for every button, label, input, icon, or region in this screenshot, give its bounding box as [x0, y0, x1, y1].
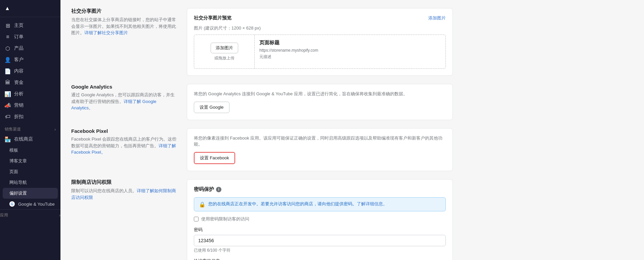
sidebar-label-analytics: 分析: [14, 91, 24, 97]
add-image-top-link[interactable]: 添加图片: [428, 15, 446, 21]
sidebar-item-customers[interactable]: 👤 客户: [0, 54, 60, 65]
access-link[interactable]: 详细了解如何限制商店访问权限: [71, 188, 176, 200]
alert-banner: 🔒 您的在线商店正在开发中。若要允许访客访问您的商店，请向他们提供密码。了解详细…: [194, 197, 446, 211]
sidebar-item-finance[interactable]: 🏛 资金: [0, 77, 60, 88]
access-section: 限制商店访问权限 限制可以访问您在线商店的人员。详细了解如何限制商店访问权限 密…: [71, 179, 453, 260]
sidebar-item-discounts[interactable]: 🏷 折扣: [0, 111, 60, 122]
sales-channel-title: 销售渠道 ›: [0, 122, 60, 134]
sidebar-item-blog[interactable]: 博客文章: [0, 156, 60, 166]
sidebar-item-navigation[interactable]: 网站导航: [0, 177, 60, 188]
fb-content-card: 将您的像素连接到 Facebook 应用。该应用可能保证正确的设置，同时启用高级…: [187, 128, 453, 171]
social-image-link[interactable]: 详细了解社交分享图片: [84, 30, 128, 35]
fb-title: Facebook Pixel: [71, 128, 179, 134]
sidebar-item-google-youtube[interactable]: G Google & YouTube: [0, 199, 60, 209]
fb-card-desc: 将您的像素连接到 Facebook 应用。该应用可能保证正确的设置，同时启用高级…: [194, 135, 446, 147]
social-image-title: 社交分享图片: [71, 8, 179, 14]
alert-learn-link[interactable]: 了解详细信息。: [357, 201, 387, 206]
image-label: 图片 (建议的尺寸：1200 × 628 px): [194, 25, 446, 31]
password-hint: 已使用 6/100 个字符: [194, 248, 446, 253]
fb-desc: Facebook Pixel 会跟踪您在线商店上的客户行为。这些数据可提高您的营…: [71, 136, 179, 156]
sidebar-nav: ⊞ 主页 ≡ 订单 ⬡ 产品 👤 客户 📄 内容 🏛 资金 📊 分析 📣: [0, 17, 60, 260]
preview-box: 添加图片 或拖放上传 页面标题 https://storename.myshop…: [194, 35, 446, 69]
sidebar-item-products[interactable]: ⬡ 产品: [0, 43, 60, 54]
social-preview-header: 社交分享图片预览 添加图片: [194, 15, 446, 21]
password-label: 密码: [194, 227, 446, 233]
ga-link[interactable]: 详细了解 Google Analytics: [71, 99, 157, 111]
lock-icon: 🔒: [199, 201, 206, 208]
ga-title: Google Analytics: [71, 84, 179, 90]
sidebar-item-marketing[interactable]: 📣 营销: [0, 100, 60, 111]
password-card: 密码保护 i 🔒 您的在线商店正在开发中。若要允许访客访问您的商店，请向他们提供…: [187, 179, 453, 260]
sidebar-item-online-store[interactable]: 🏪 在线商店: [0, 134, 60, 145]
sidebar-label-home: 主页: [14, 22, 24, 29]
sidebar-label-online-store: 在线商店: [14, 136, 33, 142]
preview-page-title: 页面标题: [259, 40, 441, 46]
content-area: 社交分享图片 当您在社交媒体上分享商店的链接时，您的站子中通常会显示一张图片。如…: [60, 0, 464, 260]
access-desc: 限制可以访问您在线商店的人员。详细了解如何限制商店访问权限: [71, 188, 179, 201]
discounts-icon: 🏷: [5, 114, 11, 120]
sidebar: ▲ ⊞ 主页 ≡ 订单 ⬡ 产品 👤 客户 📄 内容 🏛 资金 📊 分析: [0, 0, 60, 260]
social-preview-card-title: 社交分享图片预览: [194, 15, 231, 21]
products-icon: ⬡: [5, 45, 11, 51]
chevron-right-icon: ›: [54, 127, 56, 132]
social-image-left: 社交分享图片 当您在社交媒体上分享商店的链接时，您的站子中通常会显示一张图片。如…: [71, 8, 179, 76]
sidebar-label-products: 产品: [14, 45, 24, 51]
upload-area: 添加图片 或拖放上传: [194, 35, 255, 68]
social-image-card: 社交分享图片预览 添加图片 图片 (建议的尺寸：1200 × 628 px) 添…: [187, 8, 453, 76]
ga-left: Google Analytics 通过 Google Analytics，您可以…: [71, 84, 179, 120]
setup-facebook-button[interactable]: 设置 Facebook: [194, 152, 235, 164]
sidebar-label-marketing: 营销: [14, 102, 24, 108]
preview-text-area: 页面标题 https://storename.myshopify.com 元描述: [255, 35, 445, 68]
alert-text: 您的在线商店正在开发中。若要允许访客访问您的商店，请向他们提供密码。了解详细信息…: [208, 201, 387, 207]
social-preview-card: 社交分享图片预览 添加图片 图片 (建议的尺寸：1200 × 628 px) 添…: [187, 8, 453, 76]
fb-card: 将您的像素连接到 Facebook 应用。该应用可能保证正确的设置，同时启用高级…: [187, 128, 453, 171]
preview-meta: 元描述: [259, 54, 441, 60]
fb-left: Facebook Pixel Facebook Pixel 会跟踪您在线商店上的…: [71, 128, 179, 171]
ga-card: 将您的 Google Analytics 连接到 Google & YouTub…: [187, 84, 453, 120]
sidebar-label-orders: 订单: [14, 34, 24, 40]
fb-link[interactable]: 详细了解 Facebook Pixel。: [71, 143, 176, 155]
store-icon: 🏪: [5, 136, 11, 142]
sidebar-item-home[interactable]: ⊞ 主页: [0, 20, 60, 31]
sidebar-logo: ▲: [0, 0, 60, 17]
sidebar-item-analytics[interactable]: 📊 分析: [0, 88, 60, 100]
restrict-access-checkbox[interactable]: [194, 217, 199, 221]
facebook-pixel-section: Facebook Pixel Facebook Pixel 会跟踪您在线商店上的…: [71, 128, 453, 171]
social-image-desc: 当您在社交媒体上分享商店的链接时，您的站子中通常会显示一张图片。如果找不到其他相…: [71, 16, 179, 36]
sidebar-label-content: 内容: [14, 68, 24, 74]
customers-icon: 👤: [5, 57, 11, 63]
sidebar-item-orders[interactable]: ≡ 订单: [0, 31, 60, 43]
add-image-button[interactable]: 添加图片: [211, 43, 238, 53]
home-icon: ⊞: [5, 22, 11, 29]
access-left: 限制商店访问权限 限制可以访问您在线商店的人员。详细了解如何限制商店访问权限: [71, 179, 179, 260]
sidebar-label-google: Google & YouTube: [18, 202, 55, 207]
google-icon: G: [9, 201, 15, 207]
social-image-section: 社交分享图片 当您在社交媒体上分享商店的链接时，您的站子中通常会显示一张图片。如…: [71, 8, 453, 76]
sidebar-item-pages[interactable]: 页面: [0, 166, 60, 177]
password-card-container: 密码保护 i 🔒 您的在线商店正在开发中。若要允许访客访问您的商店，请向他们提供…: [187, 179, 453, 260]
sidebar-item-preferences[interactable]: 偏好设置: [3, 188, 58, 199]
password-input[interactable]: [194, 235, 446, 246]
password-title: 密码保护 i: [194, 186, 446, 193]
finance-icon: 🏛: [5, 80, 11, 86]
marketing-icon: 📣: [5, 102, 11, 108]
apps-section: 应用 ›: [0, 209, 60, 221]
sidebar-sub-menu: 模板 博客文章 页面 网站导航 偏好设置: [0, 145, 60, 199]
checkbox-row: 使用密码限制访客的访问: [194, 216, 446, 222]
ga-card-desc: 将您的 Google Analytics 连接到 Google & YouTub…: [194, 91, 446, 97]
sidebar-label-finance: 资金: [14, 80, 24, 86]
ga-desc: 通过 Google Analytics，您可以跟踪商店的访客，并生成有助于进行营…: [71, 92, 179, 111]
ga-content-card: 将您的 Google Analytics 连接到 Google & YouTub…: [187, 84, 453, 120]
sidebar-label-discounts: 折扣: [14, 114, 24, 120]
analytics-icon: 📊: [5, 91, 11, 97]
content-icon: 📄: [5, 68, 11, 74]
sidebar-label-customers: 客户: [14, 57, 24, 63]
info-icon: i: [216, 187, 221, 192]
setup-google-button[interactable]: 设置 Google: [194, 102, 229, 113]
sidebar-item-content[interactable]: 📄 内容: [0, 65, 60, 77]
main-content: 社交分享图片 当您在社交媒体上分享商店的链接时，您的站子中通常会显示一张图片。如…: [60, 0, 644, 260]
orders-icon: ≡: [5, 34, 11, 40]
sidebar-item-templates[interactable]: 模板: [0, 145, 60, 156]
visitor-message-label: 给访客的信息: [194, 258, 446, 260]
preview-url: https://storename.myshopify.com: [259, 48, 441, 53]
